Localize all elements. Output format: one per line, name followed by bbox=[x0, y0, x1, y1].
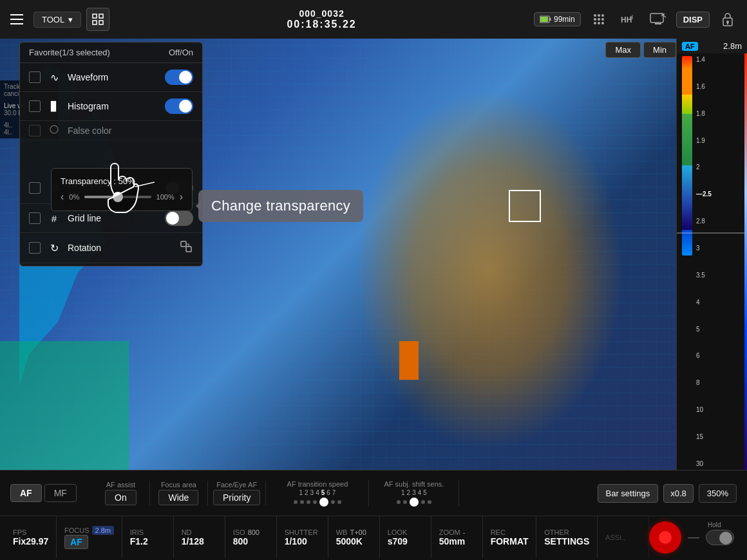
af-assist-value[interactable]: On bbox=[105, 490, 137, 505]
zoom-value[interactable]: 50mm bbox=[439, 536, 465, 546]
slider-left-arrow[interactable]: ‹ bbox=[61, 191, 64, 203]
other-settings-block[interactable]: OTHER SETTINGS bbox=[536, 516, 598, 558]
zoom-x-button[interactable]: x0.8 bbox=[663, 484, 694, 503]
max-button[interactable]: Max bbox=[605, 42, 641, 58]
scale-marker-30: 30 bbox=[696, 460, 741, 467]
iso-block: ISO 800 800 bbox=[225, 516, 277, 558]
focus-area-label: Focus area bbox=[161, 481, 196, 489]
tool-dropdown[interactable]: TOOL ▾ bbox=[33, 12, 81, 28]
rec-value[interactable]: FORMAT bbox=[491, 536, 529, 546]
scale-marker-3.5: 3.5 bbox=[696, 272, 741, 279]
fps-block: FPS Fix29.97 bbox=[5, 516, 57, 558]
focus-af-value[interactable]: AF bbox=[64, 535, 88, 549]
af-button[interactable]: AF bbox=[10, 484, 42, 502]
zoom-percent-button[interactable]: 350% bbox=[699, 484, 737, 503]
zoom-block: ZOOM - 50mm bbox=[431, 516, 483, 558]
lock-button[interactable] bbox=[716, 8, 739, 31]
scale-marker-2: 2 bbox=[696, 163, 741, 171]
top-bar-left: TOOL ▾ bbox=[8, 8, 109, 31]
false-color-item[interactable]: False color bbox=[20, 121, 202, 140]
battery-indicator: 99min bbox=[534, 12, 581, 26]
gridline-label: Grid line bbox=[68, 213, 158, 223]
svg-point-9 bbox=[601, 14, 604, 17]
slider-row: ‹ 0% 100% › bbox=[61, 191, 183, 203]
waveform-checkbox[interactable] bbox=[29, 71, 41, 83]
status-row: FPS Fix29.97 FOCUS 2.8m AF IRIS F1.2 ND … bbox=[0, 516, 747, 558]
hd-icon-button[interactable]: HH d bbox=[617, 8, 640, 31]
scale-marker-1.8: 1.8 bbox=[696, 110, 741, 117]
svg-point-10 bbox=[594, 18, 596, 21]
histogram-item[interactable]: Histogram bbox=[20, 92, 202, 121]
scale-marker-1.6: 1.6 bbox=[696, 83, 741, 90]
rotation-checkbox[interactable] bbox=[29, 242, 41, 254]
fps-label: FPS bbox=[13, 528, 26, 536]
scale-marker-6: 6 bbox=[696, 352, 741, 359]
false-color-checkbox[interactable] bbox=[29, 125, 41, 136]
waveform-item[interactable]: Waveform bbox=[20, 63, 202, 92]
rotation-item[interactable]: Rotation bbox=[20, 233, 202, 263]
histogram-checkbox[interactable] bbox=[29, 100, 41, 112]
slider-max-label: 100% bbox=[156, 193, 175, 201]
rec-button[interactable] bbox=[649, 521, 681, 554]
rec-block[interactable]: REC FORMAT bbox=[483, 516, 537, 558]
mf-button[interactable]: MF bbox=[44, 484, 77, 502]
svg-rect-1 bbox=[99, 14, 103, 18]
scale-marker-3: 3 bbox=[696, 245, 741, 252]
rotation-action-icon[interactable] bbox=[179, 239, 193, 256]
grid-icon-button[interactable] bbox=[86, 8, 109, 31]
bottom-top-row: AF MF AF assist On Focus area Wide Face/… bbox=[0, 471, 747, 516]
gridline-checkbox[interactable] bbox=[29, 212, 41, 224]
chevron-down-icon: ▾ bbox=[68, 15, 73, 24]
zoom-label: ZOOM bbox=[439, 528, 460, 536]
svg-rect-0 bbox=[93, 14, 97, 18]
svg-rect-22 bbox=[727, 22, 728, 24]
face-eye-value[interactable]: Priority bbox=[213, 490, 261, 505]
menu-button[interactable] bbox=[8, 9, 28, 30]
rec-toggle[interactable]: Hold bbox=[706, 530, 734, 545]
wb-value[interactable]: 5000K bbox=[336, 536, 363, 546]
panel-header-right: Off/On bbox=[169, 48, 193, 57]
waveform-toggle[interactable] bbox=[165, 70, 193, 85]
nd-label: ND bbox=[182, 528, 192, 536]
monitor-icon-button[interactable] bbox=[647, 8, 670, 31]
dots-icon bbox=[592, 12, 606, 26]
panel-header-title: Favorite(1/3 selected) bbox=[29, 48, 110, 57]
look-value[interactable]: s709 bbox=[388, 536, 408, 546]
fps-value[interactable]: Fix29.97 bbox=[13, 536, 48, 546]
bar-settings-button[interactable]: Bar settings bbox=[598, 484, 659, 503]
svg-rect-3 bbox=[99, 21, 103, 24]
timecode-area: 000_0032 00:18:35.22 bbox=[115, 8, 529, 30]
clip-name: 000_0032 bbox=[299, 8, 344, 19]
focus-area-value[interactable]: Wide bbox=[158, 490, 198, 505]
iso-value[interactable]: 800 bbox=[233, 536, 248, 546]
orange-highlight-block bbox=[399, 341, 419, 380]
histogram-toggle[interactable] bbox=[165, 98, 193, 114]
wb-sub: T+00 bbox=[350, 528, 366, 536]
scale-marker-1.4: 1.4 bbox=[696, 56, 741, 63]
desqueeze-checkbox[interactable] bbox=[29, 182, 41, 194]
focus-label: FOCUS bbox=[64, 527, 90, 534]
slider-right-arrow[interactable]: › bbox=[180, 191, 183, 203]
histogram-icon bbox=[47, 101, 61, 111]
gridline-toggle[interactable] bbox=[165, 210, 193, 226]
af-subj-active-dot[interactable] bbox=[410, 498, 419, 507]
transparency-popup: Transparency : 50% ‹ 0% 100% › bbox=[51, 168, 193, 211]
other-settings-label: OTHER bbox=[544, 528, 569, 536]
disp-button[interactable]: DISP bbox=[676, 12, 710, 28]
shutter-value[interactable]: 1/100 bbox=[285, 536, 307, 546]
af-trans-active-dot[interactable] bbox=[319, 498, 328, 507]
tooltip-text: Change transparency bbox=[211, 198, 350, 214]
scale-marker-1.9: 1.9 bbox=[696, 137, 741, 144]
svg-point-13 bbox=[594, 22, 596, 24]
grid-dots-button[interactable] bbox=[587, 8, 610, 31]
bottom-right-group: Bar settings x0.8 350% bbox=[598, 484, 737, 503]
shutter-label: SHUTTER bbox=[285, 528, 318, 536]
iris-value[interactable]: F1.2 bbox=[130, 536, 148, 546]
svg-point-12 bbox=[601, 18, 604, 21]
min-button[interactable]: Min bbox=[643, 42, 676, 58]
other-settings-value[interactable]: SETTINGS bbox=[544, 536, 589, 546]
rec-label: REC bbox=[491, 528, 506, 536]
dropdown-panel: Favorite(1/3 selected) Off/On Waveform H… bbox=[19, 42, 203, 266]
nd-value[interactable]: 1/128 bbox=[182, 536, 204, 546]
transparency-slider[interactable] bbox=[84, 196, 151, 198]
